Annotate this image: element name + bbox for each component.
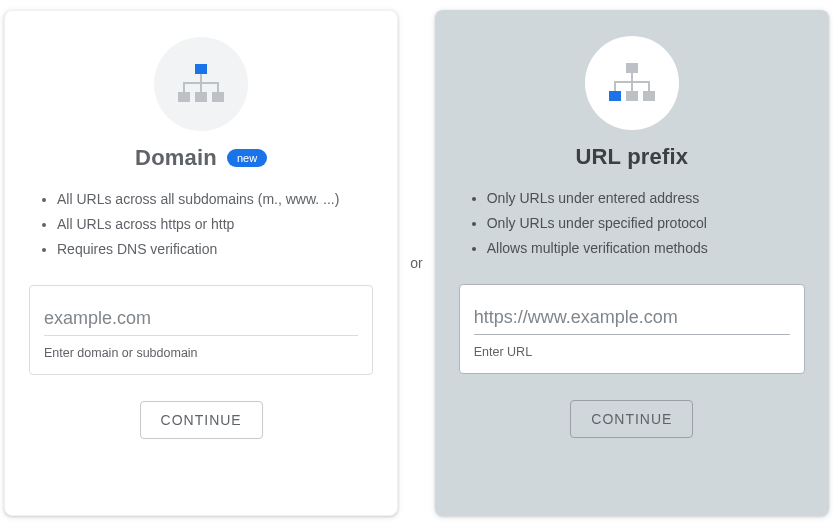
svg-rect-0: [195, 64, 207, 74]
url-input-field[interactable]: Enter URL: [459, 284, 805, 374]
url-title-row: URL prefix: [575, 144, 688, 170]
domain-continue-button[interactable]: CONTINUE: [140, 401, 263, 439]
or-separator: or: [398, 255, 434, 271]
domain-title: Domain: [135, 145, 217, 171]
domain-input-field[interactable]: Enter domain or subdomain: [29, 285, 373, 375]
svg-rect-5: [609, 91, 621, 101]
url-bullet: Only URLs under entered address: [487, 186, 805, 211]
network-icon: [174, 62, 228, 106]
url-bullets: Only URLs under entered address Only URL…: [459, 186, 805, 262]
svg-rect-3: [212, 92, 224, 102]
domain-input[interactable]: [44, 306, 358, 336]
domain-bullet: Requires DNS verification: [57, 237, 373, 262]
url-continue-button[interactable]: CONTINUE: [570, 400, 693, 438]
url-prefix-card[interactable]: URL prefix Only URLs under entered addre…: [435, 10, 829, 516]
svg-rect-4: [626, 63, 638, 73]
svg-rect-2: [195, 92, 207, 102]
domain-bullet: All URLs across all subdomains (m., www.…: [57, 187, 373, 212]
new-badge: new: [227, 149, 267, 167]
url-helper: Enter URL: [474, 345, 790, 359]
svg-rect-1: [178, 92, 190, 102]
domain-diagram-icon: [154, 37, 248, 131]
domain-bullets: All URLs across all subdomains (m., www.…: [29, 187, 373, 263]
domain-card[interactable]: Domain new All URLs across all subdomain…: [4, 10, 398, 516]
url-diagram-icon: [585, 36, 679, 130]
url-bullet: Allows multiple verification methods: [487, 236, 805, 261]
svg-rect-7: [643, 91, 655, 101]
svg-rect-6: [626, 91, 638, 101]
network-icon: [605, 61, 659, 105]
url-title: URL prefix: [575, 144, 688, 170]
property-type-chooser: Domain new All URLs across all subdomain…: [0, 0, 833, 526]
domain-bullet: All URLs across https or http: [57, 212, 373, 237]
url-input[interactable]: [474, 305, 790, 335]
domain-title-row: Domain new: [135, 145, 267, 171]
domain-helper: Enter domain or subdomain: [44, 346, 358, 360]
url-bullet: Only URLs under specified protocol: [487, 211, 805, 236]
